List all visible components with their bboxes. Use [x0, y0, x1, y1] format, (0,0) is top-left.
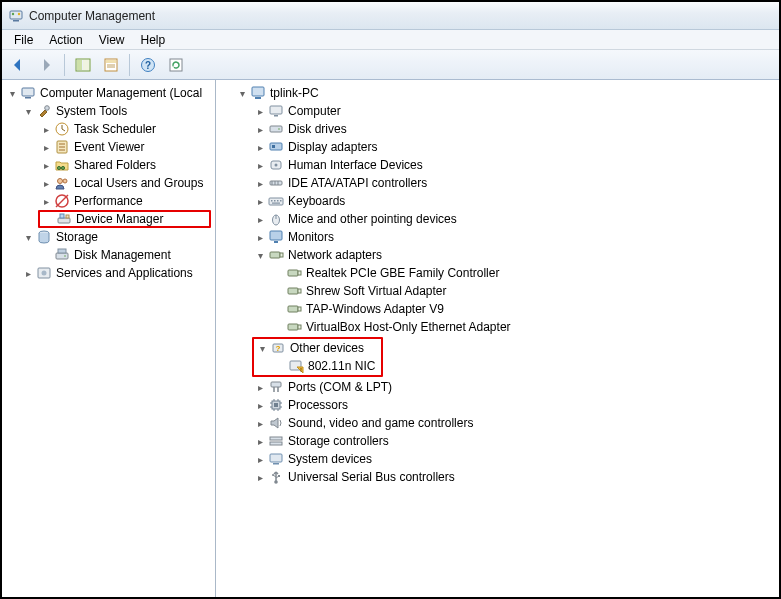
tree-label: Device Manager: [76, 212, 167, 226]
device-computer[interactable]: ▸ Computer: [216, 102, 779, 120]
computer-management-icon: [20, 85, 36, 101]
expander-icon[interactable]: ▸: [40, 159, 52, 171]
expander-icon[interactable]: ▾: [256, 342, 268, 354]
svg-rect-32: [66, 215, 69, 218]
show-hide-tree-button[interactable]: [71, 53, 95, 77]
svg-point-96: [272, 474, 274, 476]
svg-rect-39: [252, 87, 264, 96]
device-label: Network adapters: [288, 248, 386, 262]
svg-rect-67: [288, 288, 298, 294]
expander-icon[interactable]: ▸: [40, 177, 52, 189]
svg-rect-88: [270, 437, 282, 440]
menu-help[interactable]: Help: [133, 31, 174, 49]
device-processors[interactable]: ▸ Processors: [216, 396, 779, 414]
tree-label: Storage: [56, 230, 102, 244]
expander-icon[interactable]: ▸: [254, 435, 266, 447]
expander-icon[interactable]: ▸: [40, 123, 52, 135]
device-shrew[interactable]: · Shrew Soft Virtual Adapter: [216, 282, 779, 300]
device-system-devices[interactable]: ▸ System devices: [216, 450, 779, 468]
device-tree[interactable]: ▾ tplink-PC ▸ Computer ▸ Disk drives: [216, 84, 779, 486]
menu-action[interactable]: Action: [41, 31, 90, 49]
tree-task-scheduler[interactable]: ▸ Task Scheduler: [2, 120, 215, 138]
expander-icon[interactable]: ▸: [254, 381, 266, 393]
mouse-icon: [268, 211, 284, 227]
device-sound[interactable]: ▸ Sound, video and game controllers: [216, 414, 779, 432]
device-label: 802.11n NIC: [308, 359, 379, 373]
expander-icon[interactable]: ▸: [254, 417, 266, 429]
expander-icon[interactable]: ▾: [6, 87, 18, 99]
device-80211n-nic[interactable]: · ! 802.11n NIC: [256, 357, 379, 375]
tree-shared-folders[interactable]: ▸ Shared Folders: [2, 156, 215, 174]
expander-icon[interactable]: ▸: [40, 195, 52, 207]
device-label: VirtualBox Host-Only Ethernet Adapter: [306, 320, 515, 334]
svg-rect-97: [278, 475, 280, 477]
expander-icon[interactable]: ▾: [22, 231, 34, 243]
expander-icon[interactable]: ▾: [254, 249, 266, 261]
expander-icon[interactable]: ▸: [40, 141, 52, 153]
tree-device-manager[interactable]: · Device Manager: [38, 210, 211, 228]
back-button[interactable]: [6, 53, 30, 77]
tree-performance[interactable]: ▸ Performance: [2, 192, 215, 210]
device-storage-controllers[interactable]: ▸ Storage controllers: [216, 432, 779, 450]
expander-icon[interactable]: ▾: [22, 105, 34, 117]
properties-button[interactable]: [99, 53, 123, 77]
device-other-devices[interactable]: ▾ ? Other devices: [256, 339, 379, 357]
device-label: Processors: [288, 398, 352, 412]
performance-icon: [54, 193, 70, 209]
device-usb[interactable]: ▸ Universal Serial Bus controllers: [216, 468, 779, 486]
svg-rect-66: [298, 271, 301, 275]
refresh-button[interactable]: [164, 53, 188, 77]
expander-icon[interactable]: ▸: [254, 195, 266, 207]
menubar: File Action View Help: [2, 30, 779, 50]
svg-rect-63: [270, 252, 280, 258]
device-vbox[interactable]: · VirtualBox Host-Only Ethernet Adapter: [216, 318, 779, 336]
ports-icon: [268, 379, 284, 395]
device-network-adapters[interactable]: ▾ Network adapters: [216, 246, 779, 264]
expander-icon[interactable]: ▸: [254, 471, 266, 483]
expander-icon[interactable]: ▸: [254, 123, 266, 135]
expander-icon[interactable]: ▸: [254, 105, 266, 117]
device-ide[interactable]: ▸ IDE ATA/ATAPI controllers: [216, 174, 779, 192]
expander-icon[interactable]: ▸: [254, 453, 266, 465]
expander-icon[interactable]: ▸: [254, 141, 266, 153]
nic-icon: [286, 319, 302, 335]
device-monitors[interactable]: ▸ Monitors: [216, 228, 779, 246]
tree-local-users-groups[interactable]: ▸ Local Users and Groups: [2, 174, 215, 192]
expander-icon[interactable]: ▸: [254, 231, 266, 243]
tree-disk-management[interactable]: · Disk Management: [2, 246, 215, 264]
tree-event-viewer[interactable]: ▸ Event Viewer: [2, 138, 215, 156]
device-display-adapters[interactable]: ▸ Display adapters: [216, 138, 779, 156]
device-realtek[interactable]: · Realtek PCIe GBE Family Controller: [216, 264, 779, 282]
device-label: System devices: [288, 452, 376, 466]
device-tap[interactable]: · TAP-Windows Adapter V9: [216, 300, 779, 318]
svg-rect-57: [280, 200, 282, 202]
tree-root-computer-management[interactable]: ▾ Computer Management (Local: [2, 84, 215, 102]
svg-point-24: [57, 166, 60, 169]
console-tree[interactable]: ▾ Computer Management (Local ▾ System To…: [2, 84, 215, 282]
device-mice[interactable]: ▸ Mice and other pointing devices: [216, 210, 779, 228]
help-button[interactable]: ?: [136, 53, 160, 77]
svg-point-38: [42, 271, 47, 276]
device-root[interactable]: ▾ tplink-PC: [216, 84, 779, 102]
expander-icon[interactable]: ▸: [254, 399, 266, 411]
device-ports[interactable]: ▸ Ports (COM & LPT): [216, 378, 779, 396]
expander-icon[interactable]: ▸: [22, 267, 34, 279]
tools-icon: [36, 103, 52, 119]
expander-icon[interactable]: ▸: [254, 177, 266, 189]
expander-icon[interactable]: ▸: [254, 159, 266, 171]
svg-point-16: [45, 106, 50, 111]
device-label: Display adapters: [288, 140, 381, 154]
tree-services-apps[interactable]: ▸ Services and Applications: [2, 264, 215, 282]
expander-icon[interactable]: ▾: [236, 87, 248, 99]
device-keyboards[interactable]: ▸ Keyboards: [216, 192, 779, 210]
device-label: Storage controllers: [288, 434, 393, 448]
device-disk-drives[interactable]: ▸ Disk drives: [216, 120, 779, 138]
menu-view[interactable]: View: [91, 31, 133, 49]
forward-button[interactable]: [34, 53, 58, 77]
menu-file[interactable]: File: [6, 31, 41, 49]
tree-storage[interactable]: ▾ Storage: [2, 228, 215, 246]
expander-icon[interactable]: ▸: [254, 213, 266, 225]
device-hid[interactable]: ▸ Human Interface Devices: [216, 156, 779, 174]
tree-label: Performance: [74, 194, 147, 208]
tree-system-tools[interactable]: ▾ System Tools: [2, 102, 215, 120]
